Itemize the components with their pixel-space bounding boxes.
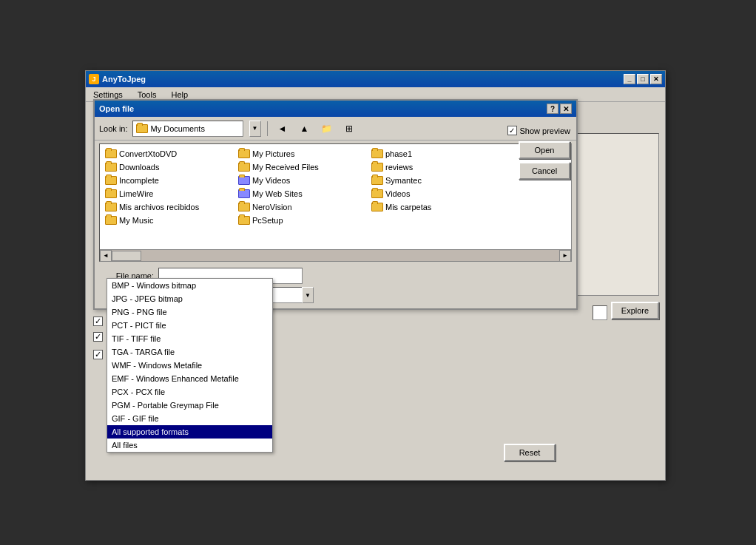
show-preview-area: ✓ Show preview <box>507 126 570 135</box>
folder-icon <box>238 203 250 211</box>
view-button[interactable]: ⊞ <box>340 121 358 137</box>
show-preview-label: Show preview <box>520 126 570 135</box>
cancel-button[interactable]: Cancel <box>519 162 570 180</box>
dialog-toolbar: Look in: My Documents ▼ ◄ ▲ 📁 ⊞ <box>95 117 576 141</box>
app-window: J AnyToJpeg _ □ ✕ Settings Tools Help Ex… <box>85 70 666 481</box>
list-item[interactable]: ConvertXtoDVD <box>103 147 236 160</box>
app-title: AnyToJpeg <box>102 75 146 84</box>
folder-icon <box>371 176 383 185</box>
dropdown-item-png[interactable]: PNG - PNG file <box>107 305 272 319</box>
dialog-help-button[interactable]: ? <box>547 104 558 114</box>
folder-icon <box>371 203 383 211</box>
list-item[interactable]: Symantec <box>369 174 502 187</box>
list-item[interactable]: phase1 <box>369 147 502 160</box>
folder-icon <box>105 216 117 225</box>
look-in-folder-icon <box>136 124 148 133</box>
dropdown-item-pcx[interactable]: PCX - PCX file <box>107 385 272 399</box>
folder-icon <box>238 176 250 185</box>
maximize-button[interactable]: □ <box>637 74 649 84</box>
up-button[interactable]: ▲ <box>296 121 314 137</box>
list-item[interactable]: PcSetup <box>236 214 369 227</box>
app-title-left: J AnyToJpeg <box>89 74 146 84</box>
folder-icon <box>371 189 383 198</box>
list-item[interactable]: My Web Sites <box>236 187 369 200</box>
list-item[interactable]: Incomplete <box>103 174 236 187</box>
dropdown-item-wmf[interactable]: WMF - Windows Metafile <box>107 359 272 372</box>
output-path-input[interactable] <box>593 305 607 320</box>
dropdown-item-all-files[interactable]: All files <box>107 439 272 452</box>
list-item[interactable]: LimeWire <box>103 187 236 200</box>
dropdown-item-emf[interactable]: EMF - Windows Enhanced Metafile <box>107 372 272 385</box>
folder-icon <box>238 149 250 158</box>
dropdown-item-tif[interactable]: TIF - TIFF file <box>107 332 272 345</box>
app-titlebar: J AnyToJpeg _ □ ✕ <box>86 71 665 87</box>
folder-icon <box>371 163 383 172</box>
list-item[interactable]: NeroVision <box>236 200 369 214</box>
dropdown-item-pgm[interactable]: PGM - Portable Greymap File <box>107 399 272 412</box>
folder-icon <box>105 176 117 185</box>
list-item[interactable]: Mis archivos recibidos <box>103 200 236 214</box>
open-file-dialog: Open file ? ✕ Look in: My Documents ▼ ◄ … <box>93 99 578 310</box>
look-in-dropdown-arrow[interactable]: ▼ <box>249 121 261 137</box>
dialog-close-button[interactable]: ✕ <box>560 104 572 114</box>
explore-button[interactable]: Explore <box>611 302 659 319</box>
folder-icon <box>105 163 117 172</box>
dialog-title: Open file <box>99 104 134 113</box>
list-item[interactable]: My Received Files <box>236 160 369 174</box>
list-item[interactable]: My Music <box>103 214 236 227</box>
reset-button[interactable]: Reset <box>504 444 556 461</box>
dialog-titlebar: Open file ? ✕ <box>95 101 576 117</box>
look-in-combo[interactable]: My Documents <box>132 121 243 137</box>
files-type-dropdown: BMP - Windows bitmap JPG - JPEG bitmap P… <box>107 278 273 453</box>
look-in-value: My Documents <box>151 124 240 133</box>
list-item[interactable]: Mis carpetas <box>369 200 502 214</box>
dialog-actions: Open Cancel <box>519 141 570 180</box>
app-titlebar-buttons: _ □ ✕ <box>624 74 662 84</box>
list-item[interactable]: Videos <box>369 187 502 200</box>
new-folder-button[interactable]: 📁 <box>318 121 336 137</box>
dropdown-item-all-supported[interactable]: All supported formats <box>107 425 272 439</box>
list-item[interactable]: My Videos <box>236 174 369 187</box>
dropdown-item-tga[interactable]: TGA - TARGA file <box>107 345 272 359</box>
resize-checkbox-2[interactable]: ✓ <box>93 350 103 359</box>
show-preview-checkbox[interactable]: ✓ <box>507 126 517 135</box>
file-list-area: ConvertXtoDVD My Pictures phase1 Downloa… <box>99 143 572 262</box>
folder-icon <box>371 149 383 158</box>
list-item[interactable]: My Pictures <box>236 147 369 160</box>
open-button[interactable]: Open <box>519 141 570 159</box>
list-item[interactable]: Downloads <box>103 160 236 174</box>
enable-checkbox[interactable]: ✓ <box>93 316 103 326</box>
folder-icon <box>105 203 117 211</box>
scroll-left-arrow[interactable]: ◄ <box>100 250 112 262</box>
folder-icon <box>238 189 250 198</box>
close-button[interactable]: ✕ <box>650 74 662 84</box>
app-icon: J <box>89 74 99 84</box>
dropdown-item-gif[interactable]: GIF - GIF file <box>107 412 272 425</box>
scroll-track[interactable] <box>112 250 559 262</box>
minimize-button[interactable]: _ <box>624 74 635 84</box>
dialog-title-buttons: ? ✕ <box>547 104 572 114</box>
dropdown-item-jpg[interactable]: JPG - JPEG bitmap <box>107 292 272 305</box>
folder-icon <box>105 189 117 198</box>
desktop: J AnyToJpeg _ □ ✕ Settings Tools Help Ex… <box>0 0 756 545</box>
dropdown-item-bmp[interactable]: BMP - Windows bitmap <box>107 279 272 292</box>
file-list-content: ConvertXtoDVD My Pictures phase1 Downloa… <box>100 144 571 249</box>
files-of-type-dropdown-arrow[interactable]: ▼ <box>302 287 314 303</box>
dropdown-item-pct[interactable]: PCT - PICT file <box>107 319 272 332</box>
list-item[interactable]: reviews <box>369 160 502 174</box>
toolbar-separator <box>267 121 268 136</box>
scroll-thumb[interactable] <box>112 251 141 261</box>
folder-icon <box>238 216 250 225</box>
horizontal-scrollbar[interactable]: ◄ ► <box>100 249 571 261</box>
resize-checkbox-1[interactable]: ✓ <box>93 332 103 342</box>
look-in-label: Look in: <box>99 124 128 133</box>
folder-icon <box>238 163 250 172</box>
folder-icon <box>105 149 117 158</box>
scroll-right-arrow[interactable]: ► <box>559 250 571 262</box>
back-button[interactable]: ◄ <box>274 121 291 137</box>
preview-panel <box>570 133 659 296</box>
